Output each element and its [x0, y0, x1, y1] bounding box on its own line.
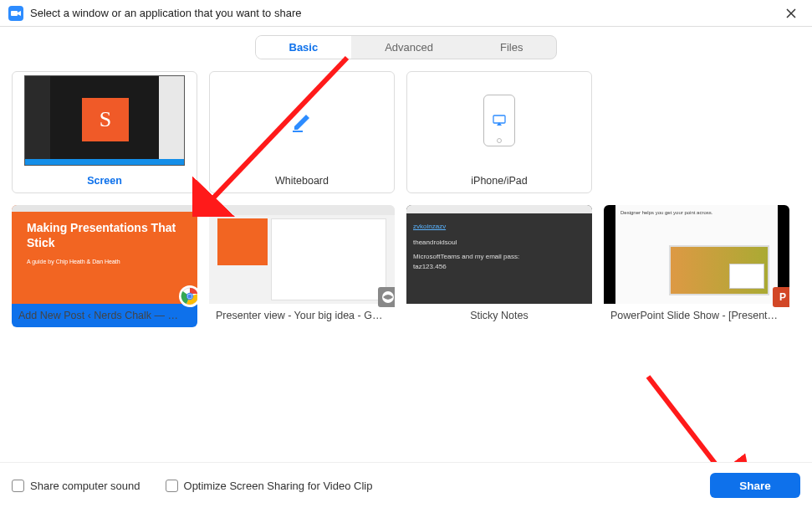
tile-screen[interactable]: S Screen — [12, 71, 197, 193]
screen-preview: S — [13, 72, 197, 169]
footer: Share computer sound Optimize Screen Sha… — [0, 462, 812, 508]
chrome-preview: Making Presentations That Stick A guide … — [12, 205, 197, 304]
source-powerpoint[interactable]: Designer helps you get your point across… — [604, 205, 789, 327]
iphone-preview — [407, 72, 591, 169]
tile-whiteboard[interactable]: Whiteboard — [209, 71, 395, 193]
chrome-icon — [179, 285, 197, 307]
app-icon — [378, 287, 395, 307]
tabs: Basic Advanced Files — [0, 35, 812, 59]
svg-rect-2 — [493, 115, 505, 123]
share-grid: S Screen Whiteboard iPhone/iPad Makin — [0, 71, 812, 327]
sticky-preview: zvkoinzazv theandroidsoul MicrosoftTeams… — [406, 205, 592, 304]
checkbox-icon — [166, 480, 178, 492]
share-button[interactable]: Share — [710, 473, 800, 498]
tile-iphone-ipad[interactable]: iPhone/iPad — [406, 71, 592, 193]
checkbox-optimize-video[interactable]: Optimize Screen Sharing for Video Clip — [166, 480, 373, 492]
close-button[interactable] — [779, 3, 804, 23]
window-title: Select a window or an application that y… — [30, 7, 779, 19]
whiteboard-preview — [210, 72, 394, 169]
tab-files[interactable]: Files — [467, 36, 556, 59]
airplay-icon — [493, 115, 506, 126]
source-chrome-nerdschalk[interactable]: Making Presentations That Stick A guide … — [12, 205, 197, 327]
screen-label: Screen — [87, 175, 122, 187]
source-presenter-view[interactable]: Presenter view - Your big idea - G… — [209, 205, 395, 327]
ppt-preview: Designer helps you get your point across… — [604, 205, 789, 304]
svg-point-9 — [187, 294, 192, 298]
iphone-label: iPhone/iPad — [471, 175, 527, 187]
powerpoint-icon: P — [773, 287, 789, 307]
source-sticky-notes[interactable]: zvkoinzazv theandroidsoul MicrosoftTeams… — [406, 205, 592, 327]
close-icon — [786, 8, 796, 18]
tab-advanced[interactable]: Advanced — [351, 36, 467, 59]
presenter-preview — [209, 205, 395, 304]
titlebar: Select a window or an application that y… — [0, 0, 812, 27]
checkbox-icon — [12, 480, 24, 492]
source-label: Sticky Notes — [470, 310, 528, 321]
tab-basic[interactable]: Basic — [256, 36, 352, 59]
optimize-label: Optimize Screen Sharing for Video Clip — [184, 480, 373, 492]
source-label: Add New Post ‹ Nerds Chalk — … — [18, 310, 178, 321]
whiteboard-label: Whiteboard — [275, 175, 329, 187]
source-label: Presenter view - Your big idea - G… — [216, 310, 382, 321]
source-label: PowerPoint Slide Show - [Present… — [610, 310, 778, 321]
checkbox-share-sound[interactable]: Share computer sound — [12, 480, 140, 492]
svg-rect-0 — [11, 11, 18, 16]
zoom-logo-icon — [8, 6, 23, 21]
pencil-icon — [289, 108, 314, 133]
share-sound-label: Share computer sound — [30, 480, 140, 492]
